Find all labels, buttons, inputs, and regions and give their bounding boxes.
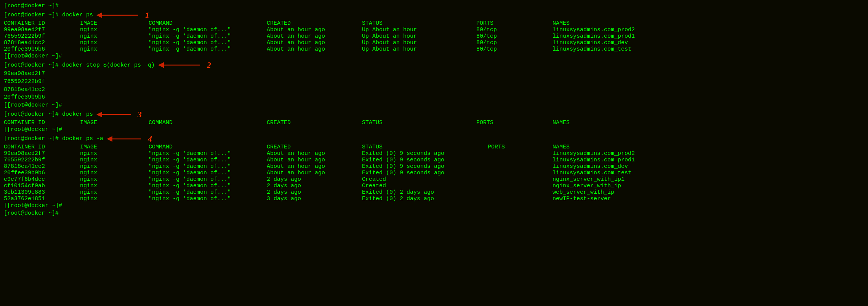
- ports-1-1: 80/tcp: [476, 27, 553, 33]
- col-container-id-h1: CONTAINER ID: [4, 20, 80, 27]
- prompt-after-stop: [[root@docker ~]#: [4, 102, 864, 110]
- command-line-1: [root@docker ~]# docker ps 1: [4, 10, 864, 20]
- status-a-8: Exited (0) 2 days ago: [362, 196, 488, 202]
- ps-a-row-1: 99ea98aed2f7 nginx "nginx -g 'daemon of.…: [4, 150, 864, 157]
- img-1-2: nginx: [80, 33, 149, 40]
- name-1-4: linuxsysadmins.com_test: [553, 46, 631, 53]
- name-a-6: nginx_server_with_ip: [553, 183, 621, 189]
- prompt-after-ps-empty: [[root@docker ~]#: [4, 126, 864, 134]
- prompt-text-1: [root@docker ~]# docker ps: [4, 12, 96, 18]
- ports-a-7: [488, 189, 553, 196]
- img-a-5: nginx: [80, 176, 149, 183]
- ports-a-2: [488, 157, 553, 163]
- command-line-4: [root@docker ~]# docker ps -a 4: [4, 134, 864, 144]
- ports-1-3: 80/tcp: [476, 40, 553, 46]
- cid-a-2: 765592222b9f: [4, 157, 80, 163]
- ps-row-1-2: 765592222b9f nginx "nginx -g 'daemon of.…: [4, 33, 864, 40]
- terminal-window: [root@docker ~]# [root@docker ~]# docker…: [4, 2, 864, 218]
- arrow-2: [158, 61, 204, 69]
- ps-header-2: CONTAINER ID IMAGE COMMAND CREATED STATU…: [4, 120, 864, 126]
- annotation-4: 4: [148, 134, 152, 144]
- cmd-1-2: "nginx -g 'daemon of...": [149, 33, 267, 40]
- stop-output-3: 87818ea41cc2: [4, 86, 864, 94]
- status-a-2: Exited (0) 9 seconds ago: [362, 157, 488, 163]
- name-a-7: web_server_with_ip: [553, 189, 614, 196]
- cid-1-1: 99ea98aed2f7: [4, 27, 80, 33]
- stop-output-1: 99ea98aed2f7: [4, 70, 864, 78]
- status-1-3: Up About an hour: [362, 40, 476, 46]
- cid-1-2: 765592222b9f: [4, 33, 80, 40]
- stop-output-4: 20ffee39b9b6: [4, 94, 864, 102]
- status-1-1: Up About an hour: [362, 27, 476, 33]
- prompt-text-2: [root@docker ~]# docker stop $(docker ps…: [4, 62, 158, 69]
- cid-a-1: 99ea98aed2f7: [4, 150, 80, 157]
- arrow-4: [107, 135, 145, 143]
- cmd-a-7: "nginx -g 'daemon of...": [149, 189, 267, 196]
- ps-row-1-4: 20ffee39b9b6 nginx "nginx -g 'daemon of.…: [4, 46, 864, 53]
- created-1-2: About an hour ago: [267, 33, 362, 40]
- name-1-2: linuxsysadmins.com_prod1: [553, 33, 635, 40]
- cmd-1-1: "nginx -g 'daemon of...": [149, 27, 267, 33]
- command-line-2: [root@docker ~]# docker stop $(docker ps…: [4, 60, 864, 70]
- cmd-1-4: "nginx -g 'daemon of...": [149, 46, 267, 53]
- arrow-3: [96, 111, 135, 118]
- cid-1-3: 87818ea41cc2: [4, 40, 80, 46]
- img-a-4: nginx: [80, 170, 149, 176]
- col-ports-h1: PORTS: [476, 20, 553, 27]
- cid-a-4: 20ffee39b9b6: [4, 170, 80, 176]
- col-created-h1: CREATED: [267, 20, 362, 27]
- cid-a-7: 3eb11309e883: [4, 189, 80, 196]
- cid-a-8: 52a3762e1851: [4, 196, 80, 202]
- ps-a-row-5: c9e77f6b4dec nginx "nginx -g 'daemon of.…: [4, 176, 864, 183]
- col-names-h3: NAMES: [553, 144, 570, 150]
- prompt-text-4: [root@docker ~]# docker ps -a: [4, 135, 107, 142]
- col-image-h1: IMAGE: [80, 20, 149, 27]
- cmd-a-1: "nginx -g 'daemon of...": [149, 150, 267, 157]
- ps-row-1-3: 87818ea41cc2 nginx "nginx -g 'daemon of.…: [4, 40, 864, 46]
- ports-1-2: 80/tcp: [476, 33, 553, 40]
- col-status-h2: STATUS: [362, 120, 476, 126]
- name-1-1: linuxsysadmins.com_prod2: [553, 27, 635, 33]
- img-a-6: nginx: [80, 183, 149, 189]
- img-a-3: nginx: [80, 163, 149, 170]
- created-a-2: About an hour ago: [267, 157, 362, 163]
- name-1-3: linuxsysadmins.com_dev: [553, 40, 628, 46]
- col-command-h1: COMMAND: [149, 20, 267, 27]
- ps-a-row-7: 3eb11309e883 nginx "nginx -g 'daemon of.…: [4, 189, 864, 196]
- created-a-7: 2 days ago: [267, 189, 362, 196]
- created-a-8: 3 days ago: [267, 196, 362, 202]
- arrow-1: [96, 11, 142, 19]
- name-a-8: newIP-test-server: [553, 196, 611, 202]
- created-1-1: About an hour ago: [267, 27, 362, 33]
- status-a-5: Created: [362, 176, 488, 183]
- ports-a-5: [488, 176, 553, 183]
- ports-a-3: [488, 163, 553, 170]
- cmd-a-5: "nginx -g 'daemon of...": [149, 176, 267, 183]
- prompt-final-1: [[root@docker ~]#: [4, 202, 864, 210]
- ps-a-row-2: 765592222b9f nginx "nginx -g 'daemon of.…: [4, 157, 864, 163]
- cmd-a-2: "nginx -g 'daemon of...": [149, 157, 267, 163]
- cmd-a-4: "nginx -g 'daemon of...": [149, 170, 267, 176]
- col-container-id-h3: CONTAINER ID: [4, 144, 80, 150]
- created-1-3: About an hour ago: [267, 40, 362, 46]
- created-a-1: About an hour ago: [267, 150, 362, 157]
- status-a-4: Exited (0) 9 seconds ago: [362, 170, 488, 176]
- col-command-h2: COMMAND: [149, 120, 267, 126]
- col-names-h1: NAMES: [553, 20, 570, 27]
- prompt-final-2: [root@docker ~]#: [4, 210, 864, 218]
- created-1-4: About an hour ago: [267, 46, 362, 53]
- prompt-line-0: [root@docker ~]#: [4, 2, 864, 10]
- command-line-3: [root@docker ~]# docker ps 3: [4, 110, 864, 120]
- img-1-4: nginx: [80, 46, 149, 53]
- img-a-7: nginx: [80, 189, 149, 196]
- annotation-2: 2: [207, 60, 211, 70]
- created-a-4: About an hour ago: [267, 170, 362, 176]
- stop-output-2: 765592222b9f: [4, 78, 864, 86]
- name-a-5: nginx_server_with_ip1: [553, 176, 625, 183]
- cid-a-5: c9e77f6b4dec: [4, 176, 80, 183]
- col-status-h3: STATUS: [362, 144, 488, 150]
- ports-a-1: [488, 150, 553, 157]
- name-a-4: linuxsysadmins.com_test: [553, 170, 631, 176]
- img-1-3: nginx: [80, 40, 149, 46]
- img-a-8: nginx: [80, 196, 149, 202]
